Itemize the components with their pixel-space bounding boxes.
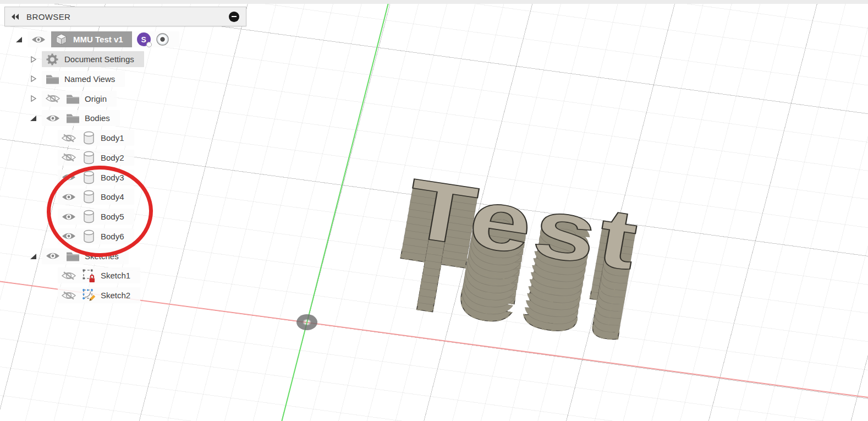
- folder-icon: [65, 94, 80, 104]
- eye-hidden-icon[interactable]: [45, 94, 61, 103]
- expander-collapsed-icon[interactable]: [29, 74, 37, 83]
- folder-icon: [45, 74, 59, 84]
- eye-visible-icon[interactable]: [31, 35, 46, 44]
- tree-row-bodies[interactable]: Bodies: [0, 108, 179, 128]
- eye-hidden-icon[interactable]: [61, 153, 76, 162]
- root-label: MMU Test v1: [73, 35, 123, 44]
- tree-label[interactable]: Origin: [85, 94, 107, 103]
- body-cylinder-icon: [81, 130, 96, 145]
- activate-component-radio[interactable]: [156, 32, 169, 46]
- minimize-panel-button[interactable]: [229, 12, 239, 22]
- eye-hidden-icon[interactable]: [61, 271, 76, 280]
- expander-expanded-icon[interactable]: [29, 114, 37, 123]
- expander-collapsed-icon[interactable]: [29, 55, 37, 64]
- tree-label[interactable]: Sketch1: [101, 271, 130, 280]
- sketch-editable-icon: [81, 288, 96, 303]
- extruded-text-group: [388, 161, 647, 358]
- tree-row-root[interactable]: MMU Test v1 S: [0, 30, 179, 50]
- browser-panel-header: BROWSER: [4, 7, 246, 26]
- folder-icon: [65, 113, 80, 123]
- sketch-locked-icon: [81, 268, 96, 283]
- tree-label[interactable]: Bodies: [85, 113, 110, 123]
- tree-row-named-views[interactable]: Named Views: [0, 69, 179, 89]
- eye-hidden-icon[interactable]: [61, 291, 76, 300]
- expander-collapsed-icon[interactable]: [29, 94, 37, 103]
- tree-label[interactable]: Document Settings: [64, 54, 134, 64]
- tree-label[interactable]: Named Views: [64, 74, 115, 84]
- tree-row-sketch2[interactable]: Sketch2: [0, 286, 179, 305]
- eye-visible-icon[interactable]: [45, 114, 61, 123]
- eye-visible-icon[interactable]: [45, 251, 61, 260]
- gear-icon: [45, 53, 59, 66]
- expander-expanded-icon[interactable]: [14, 35, 23, 44]
- expander-expanded-icon[interactable]: [29, 251, 37, 260]
- tree-row-sketch1[interactable]: Sketch1: [0, 266, 179, 286]
- tree-label[interactable]: Body2: [101, 153, 124, 162]
- panel-title: BROWSER: [26, 12, 229, 21]
- selected-component[interactable]: MMU Test v1: [51, 31, 132, 47]
- collapse-panel-icon[interactable]: [10, 13, 20, 20]
- tree-row-document-settings[interactable]: Document Settings: [0, 50, 179, 69]
- tree-row-origin[interactable]: Origin: [0, 89, 179, 108]
- component-cube-icon: [54, 33, 68, 46]
- tree-row-body1[interactable]: Body1: [0, 128, 179, 148]
- tree-label[interactable]: Body1: [101, 133, 124, 143]
- eye-hidden-icon[interactable]: [61, 134, 76, 143]
- body-cylinder-icon: [81, 150, 96, 165]
- tree-label[interactable]: Sketch2: [101, 291, 130, 300]
- collaborator-avatar[interactable]: S: [137, 32, 151, 46]
- tree-row-body2[interactable]: Body2: [0, 148, 179, 168]
